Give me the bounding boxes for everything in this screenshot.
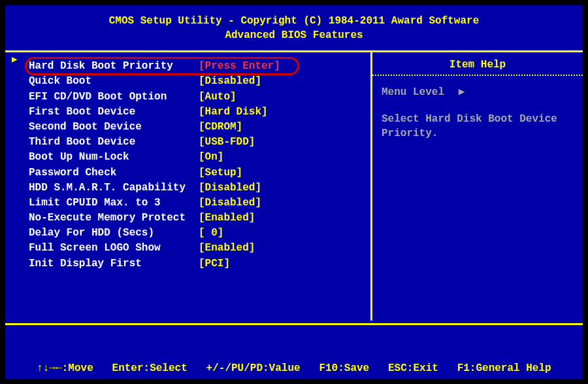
- setting-value: [Enabled]: [199, 212, 255, 224]
- header-line2: Advanced BIOS Features: [5, 29, 583, 43]
- setting-first-boot-device[interactable]: First Boot Device[Hard Disk]: [10, 105, 370, 120]
- footer-line1: ↑↓→←:Move Enter:Select +/-/PU/PD:Value F…: [12, 361, 576, 376]
- setting-third-boot-device[interactable]: Third Boot Device[USB-FDD]: [10, 135, 370, 150]
- setting-password-check[interactable]: Password Check[Setup]: [10, 166, 370, 181]
- setting-label: Delay For HDD (Secs): [29, 226, 199, 241]
- setting-label: Third Boot Device: [29, 135, 199, 150]
- setting-efi-cd-dvd-boot-option[interactable]: EFI CD/DVD Boot Option[Auto]: [10, 90, 370, 105]
- setting-label: EFI CD/DVD Boot Option: [29, 90, 199, 105]
- setting-label: Limit CPUID Max. to 3: [29, 196, 199, 211]
- setting-label: Boot Up Num-Lock: [29, 150, 199, 165]
- setting-label: Full Screen LOGO Show: [29, 241, 199, 256]
- setting-delay-for-hdd[interactable]: Delay For HDD (Secs)[ 0]: [10, 226, 370, 241]
- help-text: Select Hard Disk Boot Device Priority.: [382, 112, 574, 141]
- setting-quick-boot[interactable]: Quick Boot[Disabled]: [10, 74, 370, 89]
- setting-label: Quick Boot: [29, 74, 199, 89]
- setting-value: [Disabled]: [199, 75, 261, 87]
- menu-level-label: Menu Level: [382, 86, 444, 98]
- footer: ↑↓→←:Move Enter:Select +/-/PU/PD:Value F…: [5, 325, 583, 384]
- setting-value: [PCI]: [199, 258, 230, 270]
- header-line1: CMOS Setup Utility - Copyright (C) 1984-…: [5, 14, 583, 29]
- setting-limit-cpuid-max[interactable]: Limit CPUID Max. to 3[Disabled]: [10, 196, 370, 211]
- setting-value: [On]: [199, 151, 223, 163]
- item-help-title: Item Help: [382, 59, 574, 71]
- setting-second-boot-device[interactable]: Second Boot Device[CDROM]: [10, 120, 370, 135]
- setting-value: [Hard Disk]: [199, 106, 268, 118]
- setting-label: Password Check: [29, 166, 199, 181]
- setting-label: HDD S.M.A.R.T. Capability: [29, 181, 199, 196]
- setting-label: First Boot Device: [29, 105, 199, 120]
- chevron-right-icon: ▶: [459, 85, 465, 99]
- setting-value: [CDROM]: [199, 121, 242, 133]
- setting-init-display-first[interactable]: Init Display First[PCI]: [10, 256, 370, 271]
- header: CMOS Setup Utility - Copyright (C) 1984-…: [5, 5, 583, 48]
- setting-label: Second Boot Device: [29, 120, 199, 135]
- setting-hdd-smart-capability[interactable]: HDD S.M.A.R.T. Capability[Disabled]: [10, 181, 370, 196]
- setting-full-screen-logo-show[interactable]: Full Screen LOGO Show[Enabled]: [10, 241, 370, 256]
- setting-value: [Press Enter]: [199, 60, 280, 72]
- setting-value: [Auto]: [199, 91, 237, 103]
- setting-value: [ 0]: [199, 227, 223, 239]
- bios-screen: CMOS Setup Utility - Copyright (C) 1984-…: [5, 5, 583, 379]
- setting-value: [Disabled]: [199, 197, 261, 209]
- setting-boot-up-num-lock[interactable]: Boot Up Num-Lock[On]: [10, 150, 370, 165]
- setting-value: [Enabled]: [199, 242, 255, 254]
- body: ▶ Hard Disk Boot Priority[Press Enter] Q…: [5, 52, 583, 321]
- setting-label: Init Display First: [29, 256, 199, 271]
- setting-value: [USB-FDD]: [199, 136, 255, 148]
- setting-no-execute-memory-protect[interactable]: No-Execute Memory Protect[Enabled]: [10, 211, 370, 226]
- settings-panel: ▶ Hard Disk Boot Priority[Press Enter] Q…: [5, 52, 372, 321]
- menu-level: Menu Level ▶: [382, 85, 574, 99]
- setting-value: [Disabled]: [199, 182, 261, 194]
- setting-label: Hard Disk Boot Priority: [29, 59, 199, 74]
- setting-label: No-Execute Memory Protect: [29, 211, 199, 226]
- setting-value: [Setup]: [199, 167, 242, 179]
- item-help-divider: [372, 75, 583, 76]
- item-help-panel: Item Help Menu Level ▶ Select Hard Disk …: [372, 52, 583, 321]
- setting-hard-disk-boot-priority[interactable]: Hard Disk Boot Priority[Press Enter]: [10, 59, 370, 74]
